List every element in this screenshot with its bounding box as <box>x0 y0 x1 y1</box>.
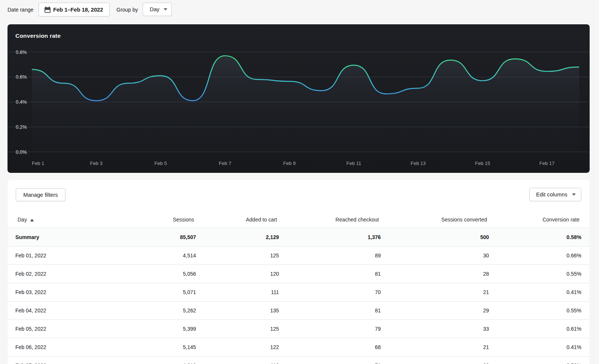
svg-text:Feb 9: Feb 9 <box>283 160 295 166</box>
svg-text:0.4%: 0.4% <box>16 99 27 105</box>
svg-text:0.0%: 0.0% <box>16 149 27 155</box>
svg-text:Feb 13: Feb 13 <box>411 160 426 166</box>
svg-text:Feb 7: Feb 7 <box>219 160 231 166</box>
svg-text:Feb 5: Feb 5 <box>154 160 167 166</box>
svg-text:Feb 1: Feb 1 <box>32 160 44 166</box>
svg-text:0.2%: 0.2% <box>16 124 27 130</box>
svg-text:Feb 17: Feb 17 <box>539 160 554 166</box>
svg-text:Feb 11: Feb 11 <box>346 160 361 166</box>
svg-text:0.8%: 0.8% <box>16 49 27 55</box>
svg-text:Feb 15: Feb 15 <box>475 160 490 166</box>
svg-text:Feb 3: Feb 3 <box>90 160 102 166</box>
svg-text:0.6%: 0.6% <box>16 74 27 80</box>
